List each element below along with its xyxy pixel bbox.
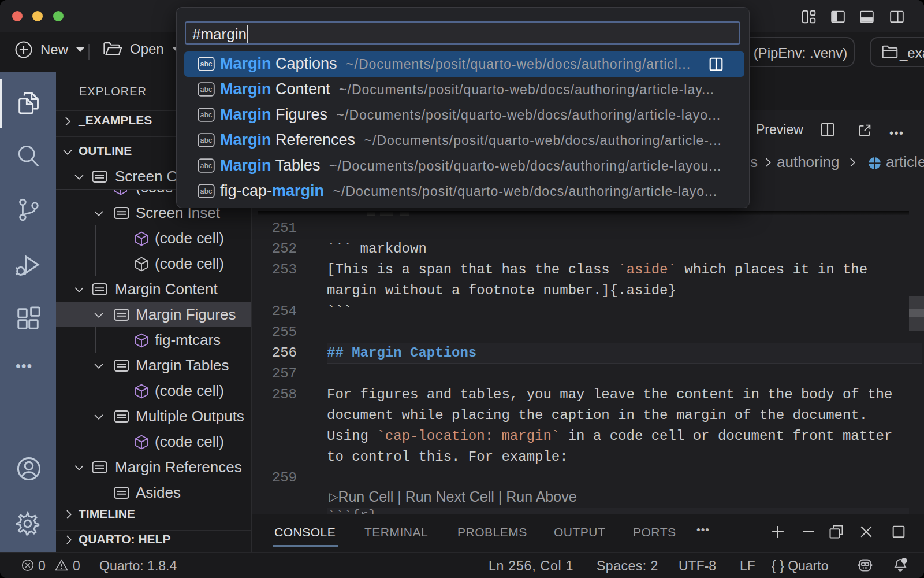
svg-text:abc: abc	[200, 86, 213, 94]
svg-text:abc: abc	[200, 111, 213, 119]
svg-text:abc: abc	[200, 187, 213, 195]
svg-text:abc: abc	[200, 162, 213, 170]
svg-text:abc: abc	[200, 136, 213, 144]
svg-text:abc: abc	[200, 60, 213, 68]
